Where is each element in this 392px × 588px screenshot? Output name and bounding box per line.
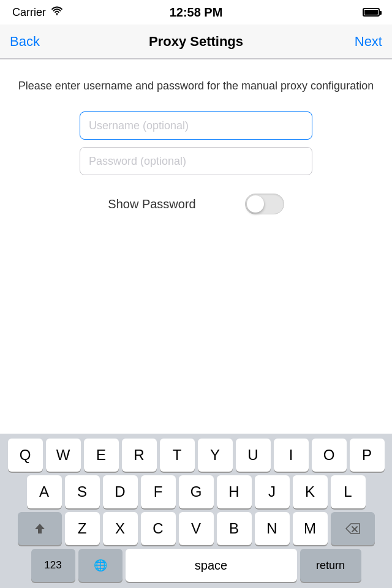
key-c[interactable]: C <box>141 512 176 545</box>
key-p[interactable]: P <box>350 439 385 472</box>
key-w[interactable]: W <box>46 439 81 472</box>
toggle-knob <box>247 195 264 213</box>
back-button[interactable]: Back <box>10 34 40 50</box>
status-left: Carrier <box>12 6 63 19</box>
keyboard-row-3: Z X C V B N M <box>2 512 390 545</box>
return-key[interactable]: return <box>300 549 361 582</box>
next-button[interactable]: Next <box>355 34 382 50</box>
space-key[interactable]: space <box>126 549 297 582</box>
description-text: Please enter username and password for t… <box>12 78 380 94</box>
key-l[interactable]: L <box>331 475 366 508</box>
show-password-row: Show Password <box>12 190 380 218</box>
keyboard: Q W E R T Y U I O P A S D F G H J K L Z … <box>0 434 392 588</box>
key-x[interactable]: X <box>103 512 138 545</box>
key-i[interactable]: I <box>274 439 309 472</box>
keyboard-row-1: Q W E R T Y U I O P <box>2 439 390 472</box>
key-t[interactable]: T <box>160 439 195 472</box>
wifi-icon <box>51 6 63 18</box>
key-r[interactable]: R <box>122 439 157 472</box>
delete-key[interactable] <box>331 512 375 545</box>
key-a[interactable]: A <box>27 475 62 508</box>
nav-bar: Back Proxy Settings Next <box>0 24 392 59</box>
content-area: Please enter username and password for t… <box>0 59 392 230</box>
key-q[interactable]: Q <box>8 439 43 472</box>
page-title: Proxy Settings <box>149 34 243 50</box>
key-d[interactable]: D <box>103 475 138 508</box>
show-password-toggle[interactable] <box>245 194 284 214</box>
status-right <box>363 8 380 17</box>
carrier-label: Carrier <box>12 6 46 19</box>
key-s[interactable]: S <box>65 475 100 508</box>
globe-key[interactable]: 🌐 <box>78 549 123 582</box>
key-m[interactable]: M <box>293 512 328 545</box>
key-b[interactable]: B <box>217 512 252 545</box>
keyboard-row-2: A S D F G H J K L <box>2 475 390 508</box>
key-z[interactable]: Z <box>65 512 100 545</box>
key-y[interactable]: Y <box>198 439 233 472</box>
numbers-key[interactable]: 123 <box>31 549 75 582</box>
show-password-label: Show Password <box>108 197 195 211</box>
status-time: 12:58 PM <box>170 6 223 20</box>
key-o[interactable]: O <box>312 439 347 472</box>
key-v[interactable]: V <box>179 512 214 545</box>
key-j[interactable]: J <box>255 475 290 508</box>
key-k[interactable]: K <box>293 475 328 508</box>
username-input[interactable] <box>80 111 312 140</box>
battery-icon <box>363 8 380 17</box>
key-g[interactable]: G <box>179 475 214 508</box>
key-f[interactable]: F <box>141 475 176 508</box>
keyboard-row-bottom: 123 🌐 space return <box>2 549 390 582</box>
key-u[interactable]: U <box>236 439 271 472</box>
key-e[interactable]: E <box>84 439 119 472</box>
password-input[interactable] <box>80 147 312 175</box>
status-bar: Carrier 12:58 PM <box>0 0 392 24</box>
shift-key[interactable] <box>18 512 62 545</box>
key-n[interactable]: N <box>255 512 290 545</box>
key-h[interactable]: H <box>217 475 252 508</box>
form-group <box>12 111 380 175</box>
